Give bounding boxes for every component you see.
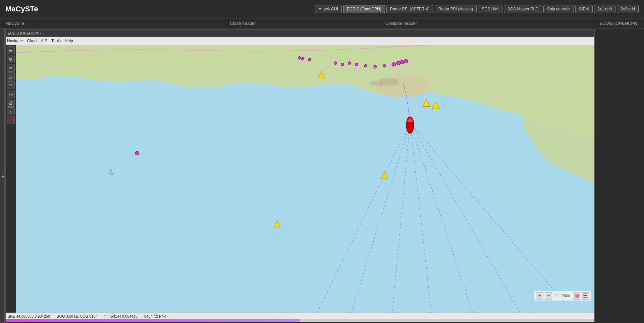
svg-point-34 bbox=[135, 151, 139, 155]
toolbar-print[interactable]: 🖨 bbox=[7, 99, 15, 107]
svg-point-20 bbox=[392, 63, 395, 66]
svg-text:⚓: ⚓ bbox=[107, 169, 114, 176]
menu-help[interactable]: Help bbox=[65, 39, 73, 43]
menu-chart[interactable]: Chart bbox=[27, 39, 37, 43]
progress-bar-container bbox=[6, 319, 594, 322]
ecdis-window: ECDIS (OPENCPN) Navigate Chart AIS Tools… bbox=[5, 29, 595, 322]
nav-btn-ship-controls[interactable]: Ship controls bbox=[543, 5, 574, 13]
nav-btn-sgs-hmi[interactable]: SGS HMI bbox=[478, 5, 502, 13]
nav-btn-radar-asterix[interactable]: Radar PPI (ASTERIX) bbox=[386, 5, 433, 13]
nav-btn-grid-2x1[interactable]: 2x1 grid bbox=[594, 5, 616, 13]
zoom-out-button[interactable]: − bbox=[545, 292, 552, 300]
svg-point-30 bbox=[334, 62, 337, 64]
toolbar-route[interactable]: 〜 bbox=[7, 81, 15, 89]
nav-btn-radar-navico[interactable]: Radar PPI (Navico) bbox=[435, 5, 477, 13]
toolbar-settings[interactable]: ⚙ bbox=[7, 55, 15, 63]
nav-btn-sgs-master-plc[interactable]: SGS Master PLC bbox=[504, 5, 542, 13]
svg-point-26 bbox=[364, 64, 367, 67]
sub-header-collapse[interactable]: Collapse header bbox=[322, 21, 480, 26]
status-bearing: 045° 7.2 NMI bbox=[144, 314, 166, 318]
zoom-in-button[interactable]: + bbox=[536, 292, 543, 300]
zoom-menu-button[interactable]: ☰ bbox=[582, 292, 589, 300]
sub-header-label: ECDIS (OPENCPN) bbox=[480, 21, 639, 26]
sub-header: MaCySTe Close header Collapse header ECD… bbox=[0, 18, 644, 29]
sub-header-center[interactable]: Close header bbox=[164, 21, 322, 26]
svg-point-31 bbox=[308, 58, 311, 61]
svg-point-22 bbox=[400, 60, 404, 64]
svg-point-29 bbox=[341, 63, 344, 66]
app-title: MaCySTe bbox=[5, 5, 38, 13]
progress-bar bbox=[6, 319, 300, 322]
status-sog-cog: SOG 3.50 kts COG 010° bbox=[57, 314, 97, 318]
toolbar-emergency[interactable]: ⊕ bbox=[7, 116, 15, 124]
menu-ais[interactable]: AIS bbox=[41, 39, 47, 43]
nav-btn-attack-gui[interactable]: Attack GUI bbox=[315, 5, 342, 13]
map-svg: ⚓ 5 NMI bbox=[16, 45, 594, 313]
svg-point-23 bbox=[404, 59, 408, 63]
nav-btn-siem[interactable]: SIEM bbox=[575, 5, 592, 13]
toolbar-menu[interactable]: ☰ bbox=[7, 46, 15, 54]
svg-rect-3 bbox=[370, 81, 382, 86]
svg-point-28 bbox=[348, 62, 351, 64]
nav-buttons: Attack GUIECDIS (OpenCPN)Radar PPI (ASTE… bbox=[315, 5, 639, 13]
status-bar: Ship 44.365383 8.934250 SOG 3.50 kts COG… bbox=[6, 313, 594, 319]
toolbar-time[interactable]: ◷ bbox=[7, 90, 15, 98]
svg-point-32 bbox=[301, 57, 304, 60]
nav-btn-grid-2x2[interactable]: 2x2 grid bbox=[617, 5, 639, 13]
sub-header-left[interactable]: MaCySTe bbox=[5, 21, 164, 26]
status-coord: 44.450144 9.054413 bbox=[104, 314, 138, 318]
zoom-level: 1:117000 bbox=[553, 294, 572, 298]
toolbar-info[interactable]: ℹ bbox=[7, 107, 15, 115]
ecdis-menubar: Navigate Chart AIS Tools Help bbox=[6, 37, 594, 45]
nav-btn-ecdis-opencpn[interactable]: ECDIS (OpenCPN) bbox=[343, 5, 385, 13]
svg-point-21 bbox=[396, 61, 400, 65]
toolbar-measure[interactable]: △ bbox=[7, 72, 15, 80]
svg-point-27 bbox=[355, 63, 358, 66]
svg-point-33 bbox=[298, 57, 301, 59]
toolbar-draw[interactable]: ✏ bbox=[7, 64, 15, 72]
svg-point-25 bbox=[374, 65, 376, 68]
main-content: ▶ ECDIS (OPENCPN) Navigate Chart AIS Too… bbox=[0, 29, 644, 323]
map-toolbar: ☰ ⚙ ✏ △ 〜 ◷ 🖨 ℹ ⊕ bbox=[6, 45, 16, 313]
ecdis-map-area[interactable]: ☰ ⚙ ✏ △ 〜 ◷ 🖨 ℹ ⊕ bbox=[6, 45, 594, 313]
status-ship-pos: Ship 44.365383 8.934250 bbox=[8, 314, 50, 318]
zoom-controls: + − 1:117000 🎯 ☰ bbox=[534, 291, 591, 301]
menu-navigate[interactable]: Navigate bbox=[7, 39, 23, 43]
right-panel bbox=[595, 29, 644, 323]
zoom-settings-button[interactable]: 🎯 bbox=[573, 292, 580, 300]
svg-point-24 bbox=[383, 64, 386, 67]
ecdis-title: ECDIS (OPENCPN) bbox=[8, 31, 41, 35]
left-panel-toggle[interactable]: ▶ bbox=[0, 29, 5, 323]
ecdis-titlebar: ECDIS (OPENCPN) bbox=[6, 30, 594, 37]
menu-tools[interactable]: Tools bbox=[51, 39, 61, 43]
